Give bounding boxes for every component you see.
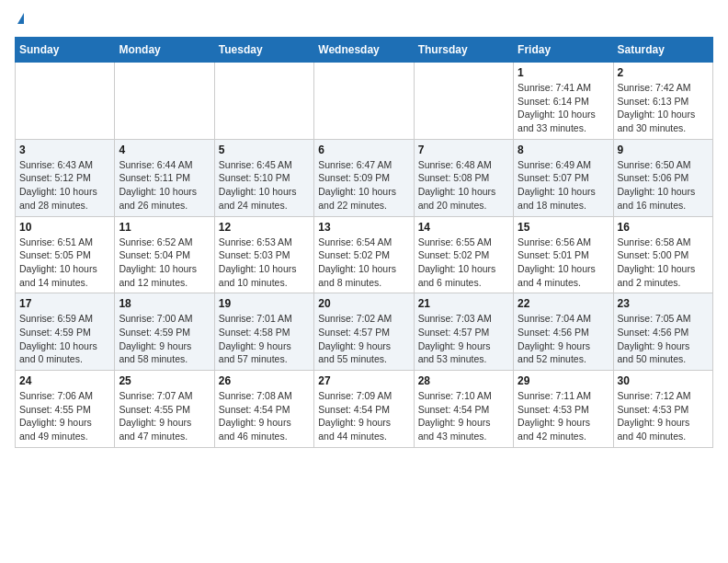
day-info: Sunrise: 6:50 AM Sunset: 5:06 PM Dayligh… <box>618 158 709 213</box>
calendar-cell: 12Sunrise: 6:53 AM Sunset: 5:03 PM Dayli… <box>214 216 313 293</box>
weekday-wednesday: Wednesday <box>314 38 414 63</box>
calendar-cell: 10Sunrise: 6:51 AM Sunset: 5:05 PM Dayli… <box>16 216 115 293</box>
day-number: 26 <box>219 374 310 387</box>
calendar-cell: 1Sunrise: 7:41 AM Sunset: 6:14 PM Daylig… <box>514 63 613 140</box>
day-number: 4 <box>119 144 210 156</box>
weekday-monday: Monday <box>115 38 214 63</box>
calendar-cell: 22Sunrise: 7:04 AM Sunset: 4:56 PM Dayli… <box>514 293 613 371</box>
calendar-week-2: 3Sunrise: 6:43 AM Sunset: 5:12 PM Daylig… <box>16 139 713 216</box>
day-info: Sunrise: 7:05 AM Sunset: 4:56 PM Dayligh… <box>618 312 709 366</box>
day-info: Sunrise: 7:11 AM Sunset: 4:53 PM Dayligh… <box>518 389 609 443</box>
day-number: 25 <box>119 374 210 387</box>
weekday-header-row: SundayMondayTuesdayWednesdayThursdayFrid… <box>16 38 713 63</box>
day-number: 7 <box>418 144 509 156</box>
day-number: 14 <box>418 221 509 234</box>
day-info: Sunrise: 6:48 AM Sunset: 5:08 PM Dayligh… <box>418 158 509 213</box>
calendar-cell: 21Sunrise: 7:03 AM Sunset: 4:57 PM Dayli… <box>414 293 513 371</box>
day-number: 15 <box>518 221 609 234</box>
day-number: 2 <box>618 66 709 79</box>
calendar-cell: 16Sunrise: 6:58 AM Sunset: 5:00 PM Dayli… <box>613 216 712 293</box>
day-number: 5 <box>219 144 310 156</box>
calendar-cell: 18Sunrise: 7:00 AM Sunset: 4:59 PM Dayli… <box>115 293 214 371</box>
day-info: Sunrise: 7:41 AM Sunset: 6:14 PM Dayligh… <box>518 81 609 135</box>
weekday-thursday: Thursday <box>414 38 513 63</box>
calendar-cell <box>115 63 214 140</box>
calendar-body: 1Sunrise: 7:41 AM Sunset: 6:14 PM Daylig… <box>16 63 713 448</box>
weekday-tuesday: Tuesday <box>214 38 313 63</box>
day-number: 3 <box>19 144 110 156</box>
page-header <box>15 15 713 26</box>
day-info: Sunrise: 6:51 AM Sunset: 5:05 PM Dayligh… <box>19 236 110 290</box>
day-number: 12 <box>219 221 310 234</box>
day-number: 23 <box>618 297 709 310</box>
calendar-cell: 19Sunrise: 7:01 AM Sunset: 4:58 PM Dayli… <box>214 293 313 371</box>
day-number: 30 <box>618 374 709 387</box>
day-number: 18 <box>119 297 210 310</box>
day-number: 8 <box>518 144 609 156</box>
calendar-week-5: 24Sunrise: 7:06 AM Sunset: 4:55 PM Dayli… <box>16 371 713 448</box>
calendar-cell <box>214 63 313 140</box>
day-info: Sunrise: 6:56 AM Sunset: 5:01 PM Dayligh… <box>518 236 609 290</box>
weekday-friday: Friday <box>514 38 613 63</box>
day-number: 28 <box>418 374 509 387</box>
day-info: Sunrise: 6:58 AM Sunset: 5:00 PM Dayligh… <box>618 236 709 290</box>
day-number: 24 <box>19 374 110 387</box>
day-info: Sunrise: 6:59 AM Sunset: 4:59 PM Dayligh… <box>19 312 110 366</box>
day-info: Sunrise: 6:43 AM Sunset: 5:12 PM Dayligh… <box>19 158 110 213</box>
day-info: Sunrise: 7:12 AM Sunset: 4:53 PM Dayligh… <box>618 389 709 443</box>
calendar-cell: 24Sunrise: 7:06 AM Sunset: 4:55 PM Dayli… <box>16 371 115 448</box>
calendar-cell: 29Sunrise: 7:11 AM Sunset: 4:53 PM Dayli… <box>514 371 613 448</box>
day-info: Sunrise: 6:55 AM Sunset: 5:02 PM Dayligh… <box>418 236 509 290</box>
calendar-cell: 23Sunrise: 7:05 AM Sunset: 4:56 PM Dayli… <box>613 293 712 371</box>
calendar-cell <box>16 63 115 140</box>
day-number: 9 <box>618 144 709 156</box>
day-number: 10 <box>19 221 110 234</box>
calendar-cell: 26Sunrise: 7:08 AM Sunset: 4:54 PM Dayli… <box>214 371 313 448</box>
calendar-cell: 14Sunrise: 6:55 AM Sunset: 5:02 PM Dayli… <box>414 216 513 293</box>
calendar-cell: 5Sunrise: 6:45 AM Sunset: 5:10 PM Daylig… <box>214 139 313 216</box>
day-number: 6 <box>318 144 409 156</box>
day-info: Sunrise: 7:10 AM Sunset: 4:54 PM Dayligh… <box>418 389 509 443</box>
day-number: 22 <box>518 297 609 310</box>
day-info: Sunrise: 6:47 AM Sunset: 5:09 PM Dayligh… <box>318 158 409 213</box>
calendar-cell: 28Sunrise: 7:10 AM Sunset: 4:54 PM Dayli… <box>414 371 513 448</box>
day-number: 21 <box>418 297 509 310</box>
day-info: Sunrise: 6:45 AM Sunset: 5:10 PM Dayligh… <box>219 158 310 213</box>
day-number: 17 <box>19 297 110 310</box>
calendar-week-1: 1Sunrise: 7:41 AM Sunset: 6:14 PM Daylig… <box>16 63 713 140</box>
weekday-sunday: Sunday <box>16 38 115 63</box>
calendar-cell: 8Sunrise: 6:49 AM Sunset: 5:07 PM Daylig… <box>514 139 613 216</box>
day-info: Sunrise: 7:00 AM Sunset: 4:59 PM Dayligh… <box>119 312 210 366</box>
calendar-cell: 15Sunrise: 6:56 AM Sunset: 5:01 PM Dayli… <box>514 216 613 293</box>
calendar-cell: 2Sunrise: 7:42 AM Sunset: 6:13 PM Daylig… <box>613 63 712 140</box>
day-number: 16 <box>618 221 709 234</box>
calendar-cell: 27Sunrise: 7:09 AM Sunset: 4:54 PM Dayli… <box>314 371 414 448</box>
day-number: 13 <box>318 221 409 234</box>
calendar-cell: 17Sunrise: 6:59 AM Sunset: 4:59 PM Dayli… <box>16 293 115 371</box>
day-info: Sunrise: 6:54 AM Sunset: 5:02 PM Dayligh… <box>318 236 409 290</box>
day-info: Sunrise: 7:03 AM Sunset: 4:57 PM Dayligh… <box>418 312 509 366</box>
day-info: Sunrise: 7:04 AM Sunset: 4:56 PM Dayligh… <box>518 312 609 366</box>
calendar-week-3: 10Sunrise: 6:51 AM Sunset: 5:05 PM Dayli… <box>16 216 713 293</box>
logo <box>15 15 24 26</box>
day-info: Sunrise: 7:01 AM Sunset: 4:58 PM Dayligh… <box>219 312 310 366</box>
day-info: Sunrise: 7:08 AM Sunset: 4:54 PM Dayligh… <box>219 389 310 443</box>
calendar-cell: 9Sunrise: 6:50 AM Sunset: 5:06 PM Daylig… <box>613 139 712 216</box>
day-number: 19 <box>219 297 310 310</box>
calendar-cell: 11Sunrise: 6:52 AM Sunset: 5:04 PM Dayli… <box>115 216 214 293</box>
day-number: 20 <box>318 297 409 310</box>
day-info: Sunrise: 6:52 AM Sunset: 5:04 PM Dayligh… <box>119 236 210 290</box>
calendar-week-4: 17Sunrise: 6:59 AM Sunset: 4:59 PM Dayli… <box>16 293 713 371</box>
calendar-cell: 20Sunrise: 7:02 AM Sunset: 4:57 PM Dayli… <box>314 293 414 371</box>
calendar-cell: 3Sunrise: 6:43 AM Sunset: 5:12 PM Daylig… <box>16 139 115 216</box>
day-info: Sunrise: 6:49 AM Sunset: 5:07 PM Dayligh… <box>518 158 609 213</box>
calendar-cell: 13Sunrise: 6:54 AM Sunset: 5:02 PM Dayli… <box>314 216 414 293</box>
calendar-cell: 25Sunrise: 7:07 AM Sunset: 4:55 PM Dayli… <box>115 371 214 448</box>
day-info: Sunrise: 7:42 AM Sunset: 6:13 PM Dayligh… <box>618 81 709 135</box>
day-info: Sunrise: 7:07 AM Sunset: 4:55 PM Dayligh… <box>119 389 210 443</box>
day-info: Sunrise: 7:06 AM Sunset: 4:55 PM Dayligh… <box>19 389 110 443</box>
day-number: 29 <box>518 374 609 387</box>
day-number: 1 <box>518 66 609 79</box>
day-info: Sunrise: 7:02 AM Sunset: 4:57 PM Dayligh… <box>318 312 409 366</box>
calendar-cell: 30Sunrise: 7:12 AM Sunset: 4:53 PM Dayli… <box>613 371 712 448</box>
